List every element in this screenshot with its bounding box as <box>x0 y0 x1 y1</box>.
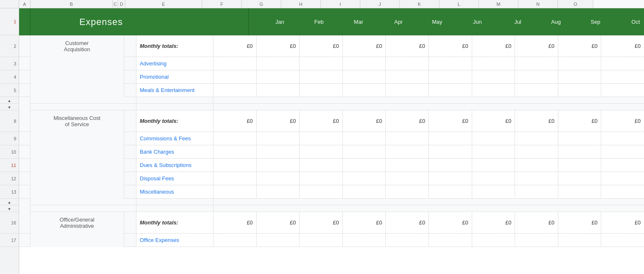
row-num-7[interactable] <box>0 104 19 110</box>
col-header-a[interactable]: A <box>19 0 30 8</box>
col-header-j[interactable]: J <box>360 0 400 8</box>
row2-label-cell[interactable]: Monthly totals: <box>136 35 213 57</box>
row11-label-cell[interactable]: Dues & Subscriptions <box>136 159 213 172</box>
collapse-arrow-down-15[interactable] <box>7 206 11 211</box>
row4-val-jul[interactable] <box>472 70 515 83</box>
row9-val-apr[interactable] <box>343 132 386 145</box>
row9-val-feb[interactable] <box>257 132 300 145</box>
row16-val-oct[interactable]: £0 <box>601 212 644 233</box>
row5-label-cell[interactable]: Meals & Entertainment <box>136 84 213 97</box>
row16-val-jun[interactable]: £0 <box>429 212 472 233</box>
row16-label-cell[interactable]: Monthly totals: <box>136 212 213 233</box>
row9-label-cell[interactable]: Commissions & Fees <box>136 132 213 145</box>
row13-val-jul[interactable] <box>472 185 515 198</box>
row8-val-feb[interactable]: £0 <box>257 110 300 132</box>
row10-val-oct[interactable] <box>601 145 644 158</box>
row-num-1[interactable]: 1 <box>0 8 19 35</box>
row10-val-jan[interactable] <box>213 145 257 158</box>
row12-val-feb[interactable] <box>257 172 300 185</box>
row2-val-aug[interactable]: £0 <box>515 35 558 57</box>
row10-label-cell[interactable]: Bank Charges <box>136 145 213 158</box>
row2-val-mar[interactable]: £0 <box>300 35 343 57</box>
row8-val-may[interactable]: £0 <box>386 110 429 132</box>
row9-val-oct[interactable] <box>601 132 644 145</box>
row2-val-feb[interactable]: £0 <box>257 35 300 57</box>
col-header-b[interactable]: B <box>30 0 113 8</box>
row11-val-jan[interactable] <box>213 159 257 172</box>
row11-val-sep[interactable] <box>558 159 602 172</box>
col-header-o[interactable]: O <box>558 0 593 8</box>
row13-val-may[interactable] <box>386 185 429 198</box>
row2-val-may[interactable]: £0 <box>386 35 429 57</box>
row12-val-mar[interactable] <box>300 172 343 185</box>
row8-label-cell[interactable]: Monthly totals: <box>136 110 213 132</box>
row4-val-oct[interactable] <box>601 70 644 83</box>
row3-val-jul[interactable] <box>472 57 515 70</box>
row-num-16[interactable]: 16 <box>0 212 19 234</box>
row2-val-jun[interactable]: £0 <box>429 35 472 57</box>
row2-val-jul[interactable]: £0 <box>472 35 515 57</box>
row2-val-apr[interactable]: £0 <box>343 35 386 57</box>
row5-val-jul[interactable] <box>472 84 515 97</box>
col-header-g[interactable]: G <box>242 0 281 8</box>
col-header-i[interactable]: I <box>321 0 360 8</box>
row8-val-jul[interactable]: £0 <box>472 110 515 132</box>
row5-val-oct[interactable] <box>601 84 644 97</box>
row5-val-mar[interactable] <box>300 84 343 97</box>
row9-val-sep[interactable] <box>558 132 602 145</box>
row3-val-jan[interactable] <box>213 57 257 70</box>
row9-val-jan[interactable] <box>213 132 257 145</box>
row4-val-sep[interactable] <box>558 70 602 83</box>
row-num-13[interactable]: 13 <box>0 185 19 199</box>
row4-val-aug[interactable] <box>515 70 558 83</box>
row4-val-apr[interactable] <box>343 70 386 83</box>
row17-val-oct[interactable] <box>601 234 644 247</box>
row3-val-mar[interactable] <box>300 57 343 70</box>
row4-val-mar[interactable] <box>300 70 343 83</box>
row10-val-jun[interactable] <box>429 145 472 158</box>
col-header-f[interactable]: F <box>202 0 242 8</box>
row12-label-cell[interactable]: Disposal Fees <box>136 172 213 185</box>
row8-val-aug[interactable]: £0 <box>515 110 558 132</box>
row12-val-apr[interactable] <box>343 172 386 185</box>
row4-val-jun[interactable] <box>429 70 472 83</box>
row5-val-jun[interactable] <box>429 84 472 97</box>
row17-val-apr[interactable] <box>343 234 386 247</box>
row17-val-jan[interactable] <box>213 234 257 247</box>
row5-val-sep[interactable] <box>558 84 602 97</box>
row3-label-cell[interactable]: Advertising <box>136 57 213 70</box>
row17-val-may[interactable] <box>386 234 429 247</box>
row9-val-aug[interactable] <box>515 132 558 145</box>
row17-val-feb[interactable] <box>257 234 300 247</box>
row3-val-apr[interactable] <box>343 57 386 70</box>
col-header-n[interactable]: N <box>518 0 558 8</box>
row13-val-feb[interactable] <box>257 185 300 198</box>
row12-val-may[interactable] <box>386 172 429 185</box>
row8-val-mar[interactable]: £0 <box>300 110 343 132</box>
row16-val-jul[interactable]: £0 <box>472 212 515 233</box>
row-num-15[interactable] <box>0 205 19 212</box>
row3-val-jun[interactable] <box>429 57 472 70</box>
col-header-m[interactable]: M <box>479 0 518 8</box>
row8-val-apr[interactable]: £0 <box>343 110 386 132</box>
row2-val-jan[interactable]: £0 <box>213 35 257 57</box>
row-num-6[interactable] <box>0 97 19 104</box>
row11-val-may[interactable] <box>386 159 429 172</box>
row17-val-mar[interactable] <box>300 234 343 247</box>
collapse-arrow-up-14[interactable] <box>7 199 11 204</box>
row-num-8[interactable]: 8 <box>0 110 19 132</box>
row-num-3[interactable]: 3 <box>0 57 19 70</box>
row-num-5[interactable]: 5 <box>0 84 19 97</box>
col-header-d[interactable]: D <box>118 0 125 8</box>
row11-val-jul[interactable] <box>472 159 515 172</box>
col-header-h[interactable]: H <box>281 0 321 8</box>
row5-val-may[interactable] <box>386 84 429 97</box>
row10-val-feb[interactable] <box>257 145 300 158</box>
row4-val-feb[interactable] <box>257 70 300 83</box>
row16-val-apr[interactable]: £0 <box>343 212 386 233</box>
row12-val-aug[interactable] <box>515 172 558 185</box>
col-header-l[interactable]: L <box>439 0 479 8</box>
row8-val-oct[interactable]: £0 <box>601 110 644 132</box>
row10-val-apr[interactable] <box>343 145 386 158</box>
col-header-k[interactable]: K <box>400 0 439 8</box>
